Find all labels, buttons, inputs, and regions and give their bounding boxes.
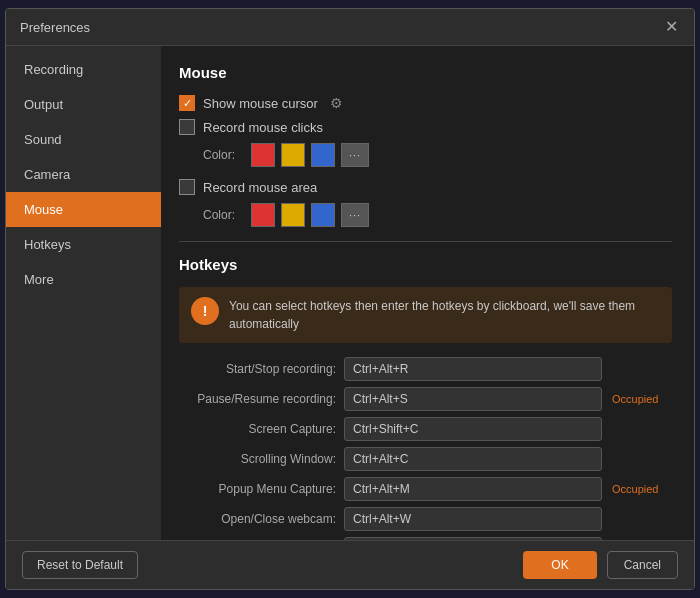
hotkey-input-1[interactable] <box>344 387 602 411</box>
color-label-2: Color: <box>203 208 241 222</box>
record-area-label: Record mouse area <box>203 180 317 195</box>
color-swatch-blue-2[interactable] <box>311 203 335 227</box>
color-swatch-yellow-1[interactable] <box>281 143 305 167</box>
hotkey-input-6[interactable] <box>344 537 602 540</box>
dialog-title: Preferences <box>20 20 90 35</box>
hotkey-row-3: Scrolling Window: <box>179 447 672 471</box>
info-icon: ! <box>191 297 219 325</box>
hotkey-input-0[interactable] <box>344 357 602 381</box>
record-area-checkbox[interactable] <box>179 179 195 195</box>
sidebar-item-hotkeys[interactable]: Hotkeys <box>6 227 161 262</box>
close-button[interactable]: ✕ <box>663 19 680 35</box>
bottom-bar: Reset to Default OK Cancel <box>6 540 694 589</box>
color-swatch-blue-1[interactable] <box>311 143 335 167</box>
record-area-row: Record mouse area <box>179 179 672 195</box>
hotkey-occupied-4: Occupied <box>612 483 672 495</box>
title-bar: Preferences ✕ <box>6 9 694 46</box>
color-swatch-yellow-2[interactable] <box>281 203 305 227</box>
hotkey-input-3[interactable] <box>344 447 602 471</box>
hotkey-row-0: Start/Stop recording: <box>179 357 672 381</box>
hotkey-input-4[interactable] <box>344 477 602 501</box>
sidebar-item-camera[interactable]: Camera <box>6 157 161 192</box>
hotkey-row-6: Show/Hide float panel: <box>179 537 672 540</box>
right-buttons: OK Cancel <box>523 551 678 579</box>
preferences-dialog: Preferences ✕ Recording Output Sound Cam… <box>5 8 695 590</box>
sidebar-item-mouse[interactable]: Mouse <box>6 192 161 227</box>
show-cursor-checkbox[interactable] <box>179 95 195 111</box>
record-clicks-row: Record mouse clicks <box>179 119 672 135</box>
content-area: Recording Output Sound Camera Mouse Hotk… <box>6 46 694 540</box>
hotkeys-section-title: Hotkeys <box>179 256 672 273</box>
hotkey-input-2[interactable] <box>344 417 602 441</box>
hotkey-row-2: Screen Capture: <box>179 417 672 441</box>
record-clicks-checkbox[interactable] <box>179 119 195 135</box>
hotkey-row-5: Open/Close webcam: <box>179 507 672 531</box>
color-row-2: Color: ··· <box>203 203 672 227</box>
hotkey-label-1: Pause/Resume recording: <box>179 392 344 406</box>
hotkey-label-0: Start/Stop recording: <box>179 362 344 376</box>
sidebar: Recording Output Sound Camera Mouse Hotk… <box>6 46 161 540</box>
main-content: Mouse Show mouse cursor ⚙ Record mouse c… <box>161 46 694 540</box>
sidebar-item-recording[interactable]: Recording <box>6 52 161 87</box>
sidebar-item-more[interactable]: More <box>6 262 161 297</box>
sidebar-item-output[interactable]: Output <box>6 87 161 122</box>
divider-1 <box>179 241 672 242</box>
sidebar-item-sound[interactable]: Sound <box>6 122 161 157</box>
info-banner: ! You can select hotkeys then enter the … <box>179 287 672 343</box>
hotkey-label-4: Popup Menu Capture: <box>179 482 344 496</box>
cancel-button[interactable]: Cancel <box>607 551 678 579</box>
show-cursor-row: Show mouse cursor ⚙ <box>179 95 672 111</box>
gear-icon[interactable]: ⚙ <box>330 95 343 111</box>
info-text: You can select hotkeys then enter the ho… <box>229 297 660 333</box>
hotkey-row-4: Popup Menu Capture: Occupied <box>179 477 672 501</box>
color-more-1[interactable]: ··· <box>341 143 369 167</box>
show-cursor-label: Show mouse cursor <box>203 96 318 111</box>
ok-button[interactable]: OK <box>523 551 596 579</box>
hotkey-label-2: Screen Capture: <box>179 422 344 436</box>
color-swatch-red-1[interactable] <box>251 143 275 167</box>
color-label-1: Color: <box>203 148 241 162</box>
color-row-1: Color: ··· <box>203 143 672 167</box>
hotkey-label-5: Open/Close webcam: <box>179 512 344 526</box>
hotkey-row-1: Pause/Resume recording: Occupied <box>179 387 672 411</box>
hotkeys-section: Hotkeys ! You can select hotkeys then en… <box>179 256 672 540</box>
reset-button[interactable]: Reset to Default <box>22 551 138 579</box>
hotkey-input-5[interactable] <box>344 507 602 531</box>
hotkey-occupied-1: Occupied <box>612 393 672 405</box>
record-clicks-label: Record mouse clicks <box>203 120 323 135</box>
color-swatch-red-2[interactable] <box>251 203 275 227</box>
hotkey-label-3: Scrolling Window: <box>179 452 344 466</box>
color-more-2[interactable]: ··· <box>341 203 369 227</box>
mouse-section-title: Mouse <box>179 64 672 81</box>
